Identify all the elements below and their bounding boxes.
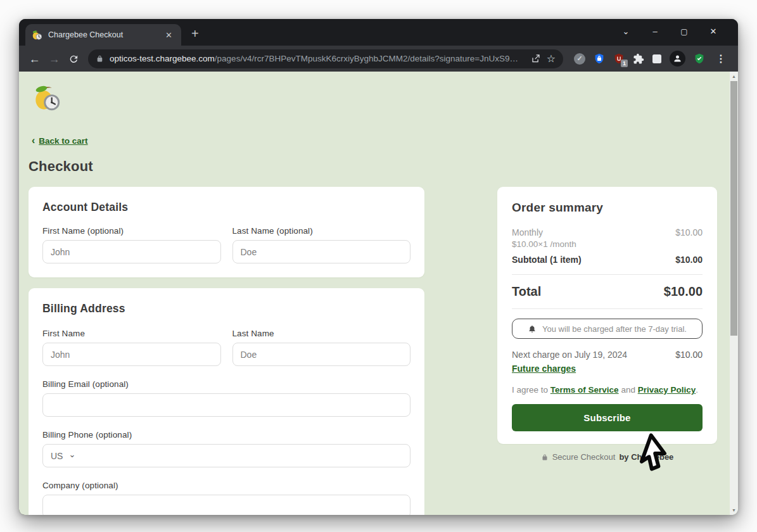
agree-period: . — [696, 385, 698, 395]
trial-notice-text: You will be charged after the 7-day tria… — [542, 324, 687, 334]
minimize-button[interactable]: – — [640, 19, 670, 44]
next-charge-row: Next charge on July 19, 2024 $10.00 — [512, 350, 703, 360]
billing-address-card: Billing Address First Name Last Name Bil… — [29, 288, 424, 515]
plan-row: Monthly $10.00 — [512, 227, 703, 238]
divider — [512, 274, 703, 275]
order-summary-heading: Order summary — [512, 201, 703, 215]
url-domain: opticos-test.chargebee.com — [110, 54, 215, 63]
reload-button[interactable] — [64, 53, 84, 65]
forward-button[interactable]: → — [44, 53, 64, 65]
share-icon[interactable] — [531, 54, 541, 63]
maximize-button[interactable]: ▢ — [670, 19, 699, 44]
back-to-cart-label: Back to cart — [39, 136, 87, 146]
back-button[interactable]: ← — [25, 53, 44, 65]
tab-close-icon[interactable]: ✕ — [163, 30, 175, 41]
page-title: Checkout — [29, 158, 93, 175]
url-text[interactable]: opticos-test.chargebee.com/pages/v4/rcr7… — [110, 54, 525, 63]
back-to-cart-link[interactable]: ‹ Back to cart — [32, 135, 88, 146]
profile-avatar-icon[interactable] — [670, 51, 685, 66]
scrollbar-up-arrow[interactable]: ▲ — [730, 72, 738, 80]
browser-window: Chargebee Checkout ✕ + ⌄ – ▢ ✕ ← → optic… — [19, 19, 738, 515]
scrollbar-thumb[interactable] — [730, 81, 737, 336]
close-window-button[interactable]: ✕ — [699, 19, 728, 44]
billing-first-name-label: First Name — [42, 329, 221, 338]
future-charges-link[interactable]: Future charges — [512, 364, 576, 374]
merchant-lemon-logo — [33, 83, 62, 112]
url-path: /pages/v4/rcr7BHPevTMpuskK6crxiyByghbJCM… — [215, 54, 518, 63]
page-scrollbar[interactable]: ▲ ▼ — [730, 72, 738, 515]
total-row: Total $10.00 — [512, 284, 703, 299]
by-chargebee-text: by Chargebee — [619, 452, 673, 462]
bell-icon — [528, 324, 537, 333]
extension-blue-shield-lock-icon[interactable] — [594, 53, 605, 65]
billing-first-name-input[interactable] — [42, 343, 221, 366]
divider — [512, 308, 703, 309]
next-charge-label: Next charge on July 19, 2024 — [512, 350, 627, 360]
url-bar[interactable]: opticos-test.chargebee.com/pages/v4/rcr7… — [88, 49, 563, 68]
plan-detail: $10.00×1 /month — [512, 239, 703, 249]
order-summary-card: Order summary Monthly $10.00 $10.00×1 /m… — [497, 187, 717, 444]
billing-phone-label: Billing Phone (optional) — [42, 430, 410, 440]
agreement-line: I agree to Terms of Service and Privacy … — [512, 385, 703, 395]
extensions-area: ✓ 1 ⋮ — [568, 51, 732, 66]
company-label: Company (optional) — [42, 481, 410, 490]
footer-lock-icon — [541, 453, 549, 461]
subtotal-value: $10.00 — [675, 255, 703, 265]
agree-and: and — [621, 385, 635, 395]
select-chevron-down-icon: ⌄ — [68, 450, 75, 459]
browser-tab[interactable]: Chargebee Checkout ✕ — [25, 24, 181, 46]
terms-of-service-link[interactable]: Terms of Service — [550, 385, 619, 395]
company-input[interactable] — [42, 495, 410, 515]
next-charge-value: $10.00 — [675, 350, 703, 360]
summary-column: Order summary Monthly $10.00 $10.00×1 /m… — [497, 187, 717, 462]
tab-search-chevron-icon[interactable]: ⌄ — [611, 19, 640, 44]
reload-icon — [68, 54, 79, 65]
lock-icon[interactable] — [96, 54, 104, 63]
total-label: Total — [512, 284, 541, 299]
billing-last-name-input[interactable] — [232, 343, 411, 366]
last-name-optional-label: Last Name (optional) — [232, 226, 411, 236]
plan-price: $10.00 — [675, 227, 703, 238]
account-details-card: Account Details First Name (optional) La… — [29, 187, 424, 277]
new-tab-button[interactable]: + — [191, 27, 199, 40]
billing-address-heading: Billing Address — [42, 302, 410, 315]
window-controls: ⌄ – ▢ ✕ — [611, 19, 728, 44]
checkout-page: ‹ Back to cart Checkout Account Details … — [19, 72, 738, 515]
tab-title: Chargebee Checkout — [48, 30, 157, 39]
secure-checkout-text: Secure Checkout — [552, 452, 616, 462]
ublock-badge: 1 — [621, 60, 628, 67]
account-details-heading: Account Details — [42, 201, 410, 214]
scrollbar-down-arrow[interactable]: ▼ — [730, 506, 738, 514]
form-column: Account Details First Name (optional) La… — [29, 187, 424, 515]
subtotal-label: Subtotal (1 item) — [512, 255, 582, 265]
bookmark-star-icon[interactable]: ☆ — [547, 53, 556, 65]
chargebee-lemon-favicon — [32, 30, 42, 41]
first-name-optional-label: First Name (optional) — [42, 226, 221, 236]
billing-email-label: Billing Email (optional) — [42, 379, 410, 389]
secure-checkout-footer: Secure Checkout by Chargebee — [497, 452, 717, 462]
chrome-menu-kebab-icon[interactable]: ⋮ — [713, 53, 728, 65]
extensions-puzzle-icon[interactable] — [633, 53, 644, 65]
plan-name: Monthly — [512, 227, 543, 238]
account-first-name-input[interactable] — [42, 240, 221, 263]
extension-gray-seal-icon[interactable]: ✓ — [574, 53, 585, 65]
phone-country-select[interactable]: US ⌄ — [42, 444, 410, 467]
privacy-policy-link[interactable]: Privacy Policy — [638, 385, 696, 395]
trial-notice: You will be charged after the 7-day tria… — [512, 319, 703, 339]
total-value: $10.00 — [664, 284, 703, 299]
tab-strip: Chargebee Checkout ✕ + ⌄ – ▢ ✕ — [19, 19, 738, 46]
billing-email-input[interactable] — [42, 393, 410, 417]
subtotal-row: Subtotal (1 item) $10.00 — [512, 255, 703, 265]
browser-toolbar: ← → opticos-test.chargebee.com/pages/v4/… — [19, 46, 738, 72]
subscribe-button[interactable]: Subscribe — [512, 404, 703, 431]
side-panel-square-icon[interactable] — [652, 54, 661, 63]
billing-last-name-label: Last Name — [232, 329, 411, 338]
security-green-shield-icon[interactable] — [694, 53, 705, 65]
extension-ublock-icon[interactable]: 1 — [613, 53, 625, 65]
account-last-name-input[interactable] — [232, 240, 411, 263]
agree-prefix: I agree to — [512, 385, 548, 395]
back-chevron-icon: ‹ — [32, 135, 35, 146]
phone-country-value: US — [51, 451, 63, 461]
